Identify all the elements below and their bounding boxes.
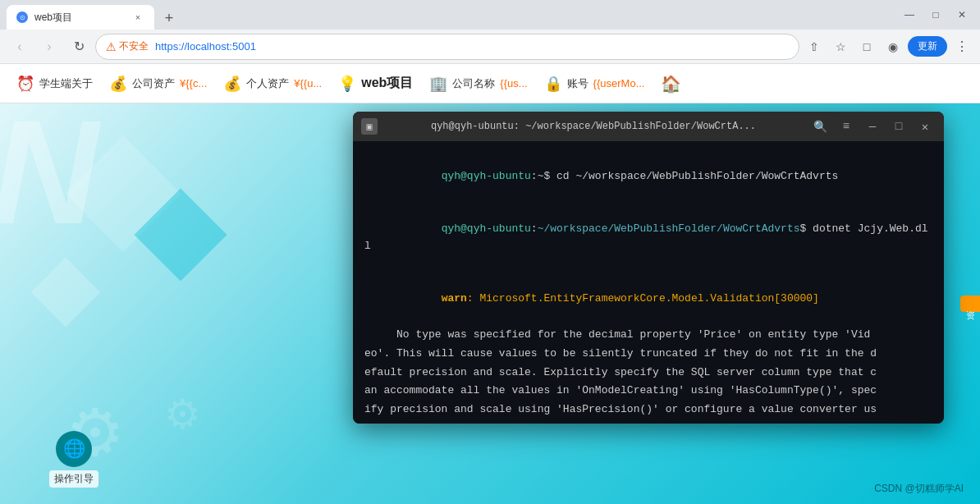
terminal-minimize-button[interactable]: — <box>862 116 883 137</box>
address-bar[interactable]: ⚠ 不安全 https://localhost:5001 <box>95 34 799 60</box>
term-warn-text: : Microsoft.EntityFrameworkCore.Model.Va… <box>467 292 819 305</box>
site-nav-item-company-name[interactable]: 🏢 公司名称 {{us... <box>429 75 527 93</box>
site-nav-company-name-label: 公司名称 <box>452 76 495 91</box>
web-content: ⏰ 学生端关于 💰 公司资产 ¥{{c... 💰 个人资产 ¥{{u... 💡 … <box>0 64 980 504</box>
personal-assets-icon: 💰 <box>223 75 241 93</box>
site-nav-item-student[interactable]: ⏰ 学生端关于 <box>16 75 93 93</box>
bookmark-button[interactable]: ☆ <box>829 35 852 58</box>
url-text: https://localhost:5001 <box>155 40 256 53</box>
warning-text: 不安全 <box>119 39 149 53</box>
terminal-line-7: an accommodate all the values in 'OnMode… <box>364 383 932 400</box>
site-nav-item-web-project[interactable]: 💡 web项目 <box>338 75 413 93</box>
security-warning: ⚠ 不安全 <box>106 39 149 53</box>
site-nav-account-label: 账号 <box>567 76 588 91</box>
tab-favicon: ⊙ <box>16 11 28 23</box>
site-nav-company-assets-value: ¥{{c... <box>180 77 207 89</box>
term-warn-label: warn <box>442 292 467 305</box>
bg-diamond-3 <box>31 258 101 328</box>
site-nav-account-value: {{userMo... <box>593 77 645 89</box>
terminal-line-4: No type was specified for the decimal pr… <box>364 327 932 344</box>
terminal-maximize-button[interactable]: □ <box>888 116 909 137</box>
browser-frame: ⊙ web项目 × + — □ ✕ ‹ › ↻ ⚠ 不安全 https://lo… <box>0 0 980 504</box>
site-nav: ⏰ 学生端关于 💰 公司资产 ¥{{c... 💰 个人资产 ¥{{u... 💡 … <box>0 64 980 103</box>
term-prompt-1: qyh@qyh-ubuntu <box>442 170 531 182</box>
site-nav-personal-assets-label: 个人资产 <box>246 76 289 91</box>
maximize-button[interactable]: □ <box>924 3 947 26</box>
term-sep-1: :~$ <box>531 170 556 182</box>
new-tab-button[interactable]: + <box>158 7 181 30</box>
site-nav-item-account[interactable]: 🔒 账号 {{userMo... <box>544 75 645 93</box>
company-name-icon: 🏢 <box>429 75 447 93</box>
site-nav-company-assets-label: 公司资产 <box>132 76 175 91</box>
terminal-line-2: qyh@qyh-ubuntu:~/workspace/WebPublishFol… <box>364 204 932 272</box>
op-guide-label: 操作引导 <box>49 470 98 488</box>
nav-bar: ‹ › ↻ ⚠ 不安全 https://localhost:5001 ⇧ ☆ □… <box>0 30 980 64</box>
right-resource[interactable]: 资 <box>960 296 980 312</box>
terminal-body[interactable]: qyh@qyh-ubuntu:~$ cd ~/workspace/WebPubl… <box>353 141 944 424</box>
browser-tab[interactable]: ⊙ web项目 × <box>7 5 154 30</box>
tab-close-button[interactable]: × <box>131 11 144 24</box>
alarm-icon: ⏰ <box>16 75 34 93</box>
update-button[interactable]: 更新 <box>908 36 947 57</box>
terminal-controls: 🔍 ≡ — □ ✕ <box>809 116 936 137</box>
site-nav-item-home[interactable]: 🏠 <box>661 74 681 94</box>
profile-button[interactable]: ◉ <box>882 35 904 58</box>
bg-gear-2: ⚙ <box>164 391 201 438</box>
extensions-button[interactable]: □ <box>855 35 878 58</box>
term-cmd-1: cd ~/workspace/WebPublishFolder/WowCrtAd… <box>556 170 838 182</box>
terminal-app-icon: ▣ <box>361 118 378 135</box>
site-nav-item-personal-assets[interactable]: 💰 个人资产 ¥{{u... <box>223 75 322 93</box>
tab-label: web项目 <box>34 11 125 25</box>
terminal-line-8: ify precision and scale using 'HasPrecis… <box>364 401 932 419</box>
tab-area: ⊙ web项目 × + <box>7 0 891 30</box>
site-nav-company-name-value: {{us... <box>500 77 527 89</box>
terminal-menu-button[interactable]: ≡ <box>836 116 857 137</box>
terminal-window: ▣ qyh@qyh-ubuntu: ~/workspace/WebPublish… <box>353 112 944 424</box>
term-path-2: ~/workspace/WebPublishFolder/WowCrtAdvrt… <box>538 222 800 235</box>
background-area: N ⚙ ⚙ 🌐 操作引导 资 CSDN @切糕师学AI ▣ qyh@qyh-u <box>0 103 980 504</box>
account-icon: 🔒 <box>544 75 562 93</box>
window-controls: — □ ✕ <box>898 3 973 26</box>
terminal-line-9: ing 'HasConversion()'. <box>364 420 932 424</box>
close-button[interactable]: ✕ <box>950 3 973 26</box>
term-prompt-2: qyh@qyh-ubuntu <box>442 222 531 235</box>
op-guide-icon: 🌐 <box>56 431 92 467</box>
site-nav-item-company-assets[interactable]: 💰 公司资产 ¥{{c... <box>109 75 207 93</box>
terminal-line-5: eo'. This will cause values to be silent… <box>364 346 932 363</box>
csdn-watermark: CSDN @切糕师学AI <box>874 482 964 496</box>
more-button[interactable]: ⋮ <box>950 35 973 58</box>
terminal-search-button[interactable]: 🔍 <box>809 116 831 137</box>
home-icon: 🏠 <box>661 74 681 94</box>
term-sep-2: : <box>531 222 538 235</box>
web-project-icon: 💡 <box>338 75 356 93</box>
site-nav-web-project-label: web项目 <box>361 75 413 92</box>
minimize-button[interactable]: — <box>898 3 921 26</box>
terminal-title: qyh@qyh-ubuntu: ~/workspace/WebPublishFo… <box>384 121 803 132</box>
nav-actions: ⇧ ☆ □ ◉ 更新 ⋮ <box>803 35 973 58</box>
terminal-close-button[interactable]: ✕ <box>914 116 936 137</box>
warning-icon: ⚠ <box>106 40 117 53</box>
title-bar: ⊙ web项目 × + — □ ✕ <box>0 0 980 30</box>
share-button[interactable]: ⇧ <box>803 35 826 58</box>
site-nav-student-label: 学生端关于 <box>39 76 93 91</box>
terminal-titlebar: ▣ qyh@qyh-ubuntu: ~/workspace/WebPublish… <box>353 112 944 141</box>
forward-button[interactable]: › <box>36 34 62 60</box>
site-nav-personal-assets-value: ¥{{u... <box>294 77 322 89</box>
terminal-line-6: efault precision and scale. Explicitly s… <box>364 364 932 382</box>
company-assets-icon: 💰 <box>109 75 127 93</box>
terminal-line-1: qyh@qyh-ubuntu:~$ cd ~/workspace/WebPubl… <box>364 151 932 202</box>
back-button[interactable]: ‹ <box>7 34 33 60</box>
op-guide[interactable]: 🌐 操作引导 <box>49 431 98 488</box>
reload-button[interactable]: ↻ <box>66 34 92 60</box>
terminal-line-3: warn: Microsoft.EntityFrameworkCore.Mode… <box>364 274 932 325</box>
